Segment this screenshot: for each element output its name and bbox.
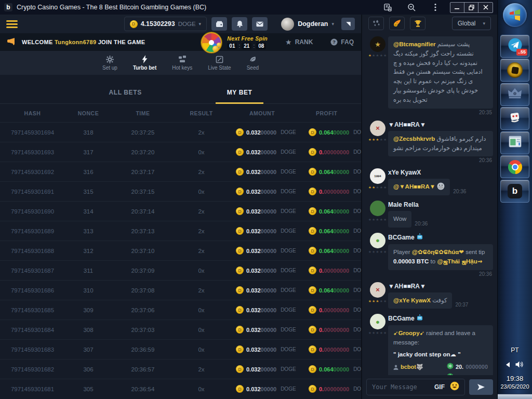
bet-profit: D0.00000000DOGE: [301, 188, 361, 195]
taskbar-chrome[interactable]: [500, 155, 529, 178]
minimize-button[interactable]: [450, 3, 464, 12]
restore-button[interactable]: [464, 3, 478, 12]
bet-row[interactable]: 7971459301681 305 20:36:54 0x D0.0320000…: [0, 379, 361, 398]
bet-row[interactable]: 7971459301688 312 20:37:10 2x D0.0320000…: [0, 241, 361, 260]
bet-hash: 7971459301688: [0, 248, 65, 254]
balance-selector[interactable]: D 4.15302293 DOGE ▾: [124, 17, 207, 31]
bet-row[interactable]: 7971459301684 308 20:37:03 0x D0.0320000…: [0, 320, 361, 339]
channel-selector[interactable]: Global ▾: [452, 17, 491, 30]
avatar[interactable]: ×: [370, 121, 385, 136]
hamburger-menu[interactable]: [6, 20, 18, 28]
wallet-icon[interactable]: [211, 17, 227, 31]
taskbar-dice-bot[interactable]: [500, 107, 529, 130]
doge-coin-icon: D: [309, 306, 316, 314]
game-tab-seed[interactable]: Seed: [247, 55, 259, 71]
collapse-chat-icon[interactable]: [341, 18, 355, 30]
taskbar-telegram[interactable]: ..55: [500, 35, 529, 58]
tab-my-bet[interactable]: MY BET: [216, 89, 264, 104]
user-mention[interactable]: @Btcmagnifier: [393, 41, 436, 47]
bet-row[interactable]: 7971459301691 315 20:37:15 0x D0.0320000…: [0, 181, 361, 201]
bell-icon[interactable]: [232, 17, 247, 31]
clock-date[interactable]: 23/05/2020: [500, 383, 529, 390]
bet-hash: 7971459301693: [0, 149, 65, 155]
doge-coin-icon: D: [309, 227, 316, 235]
bet-row[interactable]: 7971459301692 316 20:37:17 2x D0.0320000…: [0, 162, 361, 181]
language-indicator[interactable]: PT: [511, 347, 518, 354]
bet-row[interactable]: 7971459301685 309 20:37:06 0x D0.0320000…: [0, 300, 361, 320]
bet-profit: D0.06400000DOGE: [301, 128, 361, 136]
tray-expand-icon[interactable]: [506, 362, 510, 369]
taskbar-system-window[interactable]: [500, 131, 529, 154]
user-level-stars: ★★★★★: [368, 331, 387, 335]
game-tab-live-state[interactable]: Live State: [208, 55, 231, 71]
message-input[interactable]: Your Message GIF: [366, 379, 465, 395]
taskbar-crown-app[interactable]: [500, 83, 529, 106]
avatar[interactable]: ●: [370, 233, 385, 248]
mail-icon[interactable]: [252, 17, 268, 31]
smiley-icon[interactable]: [450, 381, 459, 393]
trophy-icon[interactable]: [410, 17, 425, 30]
tab-all-bets[interactable]: ALL BETS: [98, 89, 153, 104]
show-desktop-button[interactable]: [498, 394, 532, 399]
user-level-stars: ★★★★★: [368, 218, 387, 222]
zoom-out-icon[interactable]: [406, 2, 417, 12]
chat-username[interactable]: BCGame: [388, 314, 493, 323]
send-button[interactable]: [469, 379, 493, 395]
free-spin-wheel[interactable]: [201, 33, 224, 51]
chat-bubble: ➹Groopy➹ rained and leave a message: " j…: [388, 325, 493, 375]
chrome-icon: [508, 160, 522, 174]
start-button[interactable]: [503, 3, 527, 27]
bet-row[interactable]: 7971459301683 307 20:36:59 0x D0.0320000…: [0, 339, 361, 359]
game-tab-set-up[interactable]: Set up: [102, 55, 117, 71]
close-button[interactable]: [478, 3, 493, 12]
chat-username[interactable]: ▼AH■■RA▼: [388, 121, 493, 128]
rain-icon[interactable]: [368, 17, 384, 30]
bet-profit: D0.06400000DOGE: [301, 227, 361, 235]
game-tab-hot-keys[interactable]: Hot keys: [172, 55, 192, 71]
bet-row[interactable]: 7971459301690 314 20:37:14 2x D0.0320000…: [0, 201, 361, 221]
chat-username[interactable]: BCGame: [388, 233, 493, 242]
user-mention[interactable]: @Zecsbhkrvrb: [393, 136, 435, 142]
fireball-icon[interactable]: D: [389, 17, 405, 30]
bet-result: 0x: [174, 268, 229, 274]
bet-row[interactable]: 7971459301687 311 20:37:09 0x D0.0320000…: [0, 260, 361, 280]
bet-row[interactable]: 7971459301689 313 20:37:13 2x D0.0320000…: [0, 221, 361, 241]
bet-nonce: 308: [65, 327, 112, 333]
bet-row[interactable]: 7971459301694 318 20:37:25 2x D0.0320000…: [0, 122, 361, 142]
clock-time[interactable]: 19:38: [507, 375, 524, 382]
avatar[interactable]: ●: [370, 314, 385, 329]
translate-icon[interactable]: [382, 2, 393, 12]
bet-result: 2x: [174, 169, 229, 175]
chat-panel: D Global ▾ ★★★★★★ @Btcmagnifier پشت سیست…: [361, 15, 497, 399]
taskbar-conquer-game[interactable]: [500, 59, 529, 82]
volume-icon[interactable]: [515, 361, 524, 369]
game-tab-turbo-bet[interactable]: Turbo bet: [133, 55, 156, 71]
system-tray: PT 19:38 23/05/2020: [498, 347, 532, 399]
next-free-spin[interactable]: Next Free Spin 01:21:08: [227, 35, 268, 49]
message-time: 20:37: [455, 302, 468, 308]
avatar[interactable]: ×: [370, 282, 385, 298]
bet-row[interactable]: 7971459301693 317 20:37:20 0x D0.0320000…: [0, 142, 361, 162]
chat-username[interactable]: ▼AH■■RA▼: [388, 283, 493, 290]
user-mention[interactable]: @✿₢ôη₢✿₢ɦúα❤: [412, 249, 464, 255]
bet-row[interactable]: 7971459301682 306 20:36:57 2x D0.0320000…: [0, 359, 361, 379]
avatar[interactable]: ★: [370, 36, 385, 52]
chat-input-row: Your Message GIF: [362, 375, 497, 399]
taskbar-bc-game[interactable]: b: [500, 180, 529, 203]
user-menu[interactable]: Dogderan ▾: [281, 18, 334, 31]
gif-button[interactable]: GIF: [434, 383, 445, 391]
faq-link[interactable]: ? FAQ: [330, 38, 354, 46]
user-mention[interactable]: @xYe KyawX: [393, 297, 431, 303]
user-mention[interactable]: @▼AH■■RA▼: [393, 183, 435, 190]
bet-nonce: 312: [65, 248, 112, 254]
rank-link[interactable]: ★ RANK: [285, 38, 313, 46]
avatar[interactable]: [370, 201, 385, 216]
chat-message: ×★★★★★ ▼AH■■RA▼@Zecsbhkrvrb دارم کیرمو ب…: [367, 121, 493, 164]
avatar[interactable]: 1994: [370, 168, 385, 184]
menu-dots-icon[interactable]: [430, 2, 441, 12]
bet-hash: 7971459301686: [0, 287, 65, 294]
chat-username[interactable]: xYe KyawX: [388, 169, 493, 176]
chat-username[interactable]: Male Rella: [388, 201, 493, 208]
bet-row[interactable]: 7971459301686 310 20:37:08 2x D0.0320000…: [0, 280, 361, 300]
user-mention[interactable]: @ஜThái ஜHậu⇝: [437, 258, 482, 264]
